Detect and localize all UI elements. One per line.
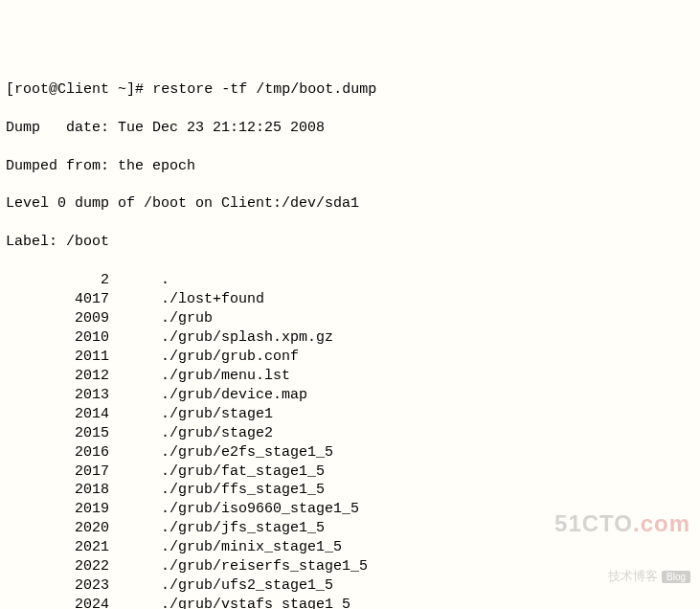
entry-row: 2021 ./grub/minix_stage1_5 <box>6 538 694 557</box>
dump-date-label: Dump date: <box>6 120 109 136</box>
entry-row: 2015 ./grub/stage2 <box>6 424 694 443</box>
level-line: Level 0 dump of /boot on Client:/dev/sda… <box>6 194 694 214</box>
dumped-from-line: Dumped from: the epoch <box>6 157 694 176</box>
entry-row: 2017 ./grub/fat_stage1_5 <box>6 462 694 482</box>
dump-date-line: Dump date: Tue Dec 23 21:12:25 2008 <box>6 119 694 138</box>
prompt-symbol: # <box>135 81 144 98</box>
prompt-user: root <box>14 81 49 98</box>
entry-row: 2011 ./grub/grub.conf <box>6 348 694 367</box>
command-text: restore -tf /tmp/boot.dump <box>152 81 376 98</box>
entry-row: 4017 ./lost+found <box>6 290 694 309</box>
label-value: /boot <box>66 234 109 250</box>
dumped-from-value: the epoch <box>118 158 195 174</box>
entry-row: 2009 ./grub <box>6 309 694 328</box>
dump-date-value: Tue Dec 23 21:12:25 2008 <box>118 120 325 136</box>
entry-row: 2022 ./grub/reiserfs_stage1_5 <box>6 557 694 576</box>
entry-row: 2 . <box>6 271 694 290</box>
entry-row: 2012 ./grub/menu.lst <box>6 367 694 386</box>
label-label: Label: <box>6 234 57 250</box>
entry-row: 2018 ./grub/ffs_stage1_5 <box>6 481 694 500</box>
entry-row: 2019 ./grub/iso9660_stage1_5 <box>6 500 694 519</box>
entry-row: 2023 ./grub/ufs2_stage1_5 <box>6 576 694 596</box>
entry-list: 2 . 4017 ./lost+found 2009 ./grub 2010 .… <box>6 271 694 609</box>
prompt-host: Client <box>57 81 109 98</box>
dumped-from-label: Dumped from: <box>6 158 109 174</box>
entry-row: 2010 ./grub/splash.xpm.gz <box>6 328 694 348</box>
entry-row: 2016 ./grub/e2fs_stage1_5 <box>6 443 694 462</box>
terminal-prompt-line: [root@Client ~]# restore -tf /tmp/boot.d… <box>6 80 694 100</box>
entry-row: 2013 ./grub/device.map <box>6 386 694 405</box>
label-line: Label: /boot <box>6 233 694 252</box>
entry-row: 2020 ./grub/jfs_stage1_5 <box>6 519 694 538</box>
entry-row: 2024 ./grub/vstafs_stage1_5 <box>6 596 694 609</box>
prompt-dir: ~ <box>118 81 126 98</box>
entry-row: 2014 ./grub/stage1 <box>6 405 694 424</box>
